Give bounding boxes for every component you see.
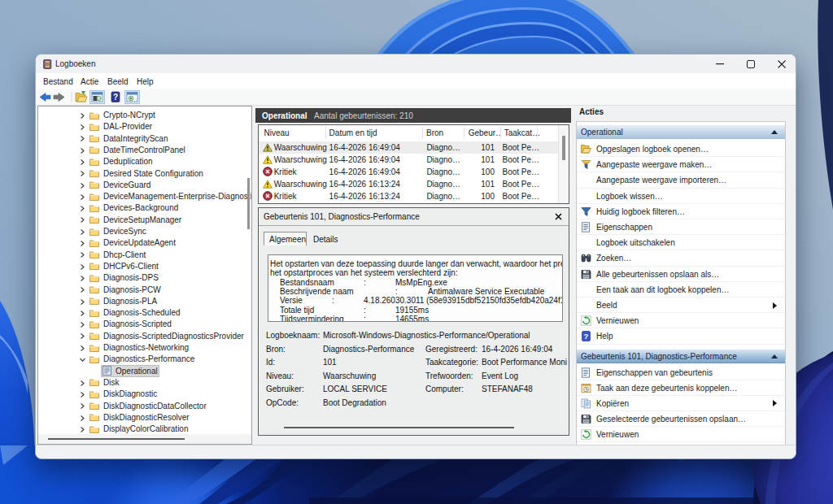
svg-text:?: ? bbox=[584, 332, 589, 341]
svg-text:?: ? bbox=[113, 93, 118, 102]
